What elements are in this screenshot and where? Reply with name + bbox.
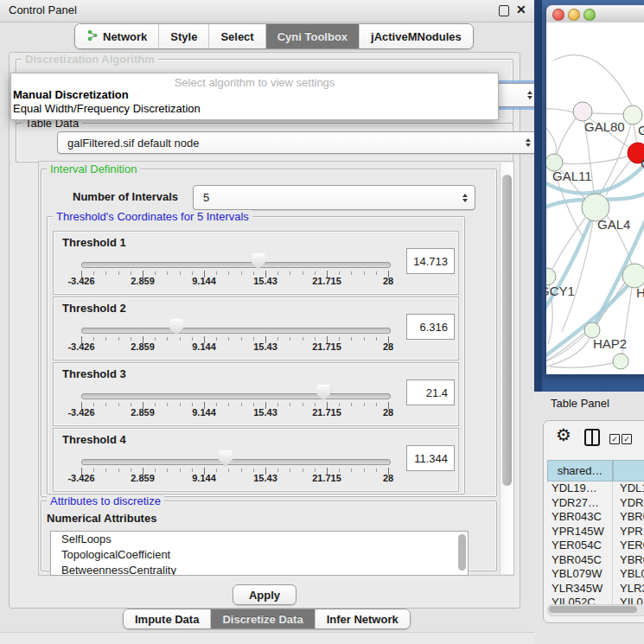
minimize-traffic-light-icon[interactable] — [568, 9, 580, 21]
list-item[interactable]: SelfLoops — [51, 532, 468, 547]
slider-track[interactable] — [81, 459, 391, 465]
cell-name: YIL0 — [613, 596, 643, 604]
control-panel: Control Panel NetworkStyleSelectCyni Too… — [0, 0, 534, 644]
threshold-value-field[interactable]: 14.713 — [406, 248, 455, 274]
tab-select[interactable]: Select — [208, 24, 265, 48]
node-h[interactable] — [622, 264, 644, 288]
tab-infer-network[interactable]: Infer Network — [315, 609, 410, 628]
list-item[interactable]: BetweennessCentrality — [51, 563, 468, 576]
close-icon[interactable] — [516, 3, 526, 16]
threshold-value-field[interactable]: 6.316 — [406, 314, 455, 340]
network-view-window[interactable]: GAL80G.CGAL11GAL4GCY1HHAP2 — [546, 5, 644, 374]
tab-style[interactable]: Style — [158, 24, 208, 48]
node-label: GAL11 — [552, 169, 592, 183]
column-header-shared-name[interactable]: shared… — [547, 460, 613, 481]
menu-item-equal-width-frequency[interactable]: Equal Width/Frequency Discretization — [13, 102, 201, 115]
list-item[interactable]: TopologicalCoefficient — [51, 547, 468, 563]
network-edge — [634, 124, 637, 143]
table-row[interactable]: YDR27…YDR2 — [547, 496, 644, 511]
slider-ruler — [81, 468, 390, 475]
network-window-titlebar[interactable] — [546, 5, 644, 23]
table-row[interactable]: YLR345WYLR3 — [547, 582, 644, 596]
node-label: GCY1 — [546, 284, 575, 298]
bottom-strip — [0, 632, 534, 644]
numerical-attributes-list[interactable]: SelfLoopsTopologicalCoefficientBetweenne… — [50, 531, 469, 576]
tab-cyni-toolbox[interactable]: Cyni Toolbox — [265, 24, 359, 48]
gear-icon[interactable] — [556, 426, 571, 443]
threshold-label: Threshold 3 — [62, 367, 126, 380]
threshold-value-field[interactable]: 11.344 — [406, 445, 455, 471]
tick-label: 9.144 — [192, 407, 216, 418]
threshold-panel-3: Threshold 3-3.4262.8599.14415.4321.71528… — [53, 362, 459, 426]
network-graph[interactable]: GAL80G.CGAL11GAL4GCY1HHAP2 — [546, 22, 644, 374]
slider-ruler — [81, 336, 390, 344]
zoom-traffic-light-icon[interactable] — [583, 9, 596, 21]
float-icon[interactable] — [499, 5, 509, 16]
table-row[interactable]: YDL19…YDL1 — [547, 481, 644, 496]
threshold-value-field[interactable]: 21.4 — [406, 379, 455, 405]
tick-label: 9.144 — [192, 473, 216, 483]
table-row[interactable]: YBR045CYBR0 — [547, 553, 644, 568]
network-canvas[interactable]: GAL80G.CGAL11GAL4GCY1HHAP2 — [546, 22, 644, 374]
tick-label: 28 — [383, 341, 393, 352]
network-edge — [557, 118, 576, 155]
tab-label: Select — [220, 30, 253, 43]
table-data-combobox[interactable]: galFiltered.sif default node — [57, 131, 539, 154]
threshold-panel-4: Threshold 4-3.4262.8599.14415.4321.71528… — [53, 428, 459, 492]
tab-network[interactable]: Network — [75, 24, 158, 48]
threshold-label: Threshold 1 — [62, 236, 126, 249]
settings-scrollbar-thumb[interactable] — [502, 175, 512, 486]
threshold-label: Threshold 4 — [62, 433, 126, 446]
checkbox-icon[interactable] — [609, 434, 620, 444]
cell-shared-name: YER054C — [547, 539, 613, 553]
node-gcy1[interactable] — [546, 268, 556, 285]
toolbox-tabbar: NetworkStyleSelectCyni ToolboxjActiveMNo… — [74, 23, 474, 49]
node-label: H — [636, 285, 644, 300]
menu-item-manual-discretization[interactable]: Manual Discretization — [13, 88, 129, 101]
number-of-intervals-label: Number of Intervals — [73, 190, 178, 203]
settings-scrollbar-track[interactable] — [500, 163, 513, 574]
slider-ruler — [81, 271, 390, 278]
table-row[interactable]: YBR043CYBR0 — [547, 510, 644, 525]
tab-label: Style — [170, 30, 197, 43]
tab-jactivemnodules[interactable]: jActiveMNodules — [359, 24, 473, 48]
close-traffic-light-icon[interactable] — [552, 9, 564, 21]
network-edge — [546, 109, 573, 112]
cell-shared-name: YDL19… — [547, 481, 613, 496]
cell-shared-name: YBR043C — [547, 510, 613, 525]
table-hscroll-thumb[interactable] — [549, 606, 637, 613]
number-of-intervals-spinner[interactable]: 5 — [193, 185, 475, 210]
slider-track[interactable] — [81, 328, 391, 334]
table-row[interactable]: YER054CYER0 — [547, 539, 644, 553]
slider-track[interactable] — [81, 393, 391, 399]
settings-scrollpane: Interval Definition Number of Intervals … — [38, 161, 514, 576]
tab-discretize-data[interactable]: Discretize Data — [210, 609, 314, 628]
tab-impute-data[interactable]: Impute Data — [124, 609, 210, 628]
cell-name: YBL0 — [613, 567, 644, 582]
table-row[interactable]: YIL052CYIL0 — [547, 596, 644, 604]
attributes-list-scrollbar[interactable] — [458, 534, 466, 571]
table-row[interactable]: YBL079WYBL0 — [547, 567, 644, 582]
node-right-top[interactable] — [623, 105, 642, 124]
cell-name: YPR1 — [613, 525, 644, 539]
node-gal80[interactable] — [573, 102, 592, 121]
tick-label: 2.859 — [131, 276, 155, 286]
slider-track[interactable] — [81, 262, 391, 268]
network-edge — [546, 333, 584, 360]
network-edge — [562, 221, 593, 332]
tab-label: Discretize Data — [222, 613, 303, 626]
table-horizontal-scrollbar[interactable] — [547, 604, 644, 616]
tick-label: 15.43 — [253, 407, 277, 418]
threshold-panel-2: Threshold 2-3.4262.8599.14415.4321.71528… — [53, 296, 459, 360]
column-header-name[interactable]: n — [613, 460, 644, 481]
tick-label: 28 — [383, 407, 393, 418]
cell-shared-name: YDR27… — [547, 496, 613, 511]
apply-button[interactable]: Apply — [233, 584, 296, 605]
node-bottom-partial[interactable] — [613, 354, 628, 369]
algorithm-hint: Select algorithm to view settings — [11, 76, 498, 89]
table-row[interactable]: YPR145WYPR1 — [547, 525, 644, 539]
checkbox-icon[interactable] — [622, 434, 632, 444]
control-panel-titlebar[interactable]: Control Panel — [0, 0, 534, 22]
node-label: G. — [638, 123, 644, 137]
split-columns-icon[interactable] — [584, 429, 600, 446]
